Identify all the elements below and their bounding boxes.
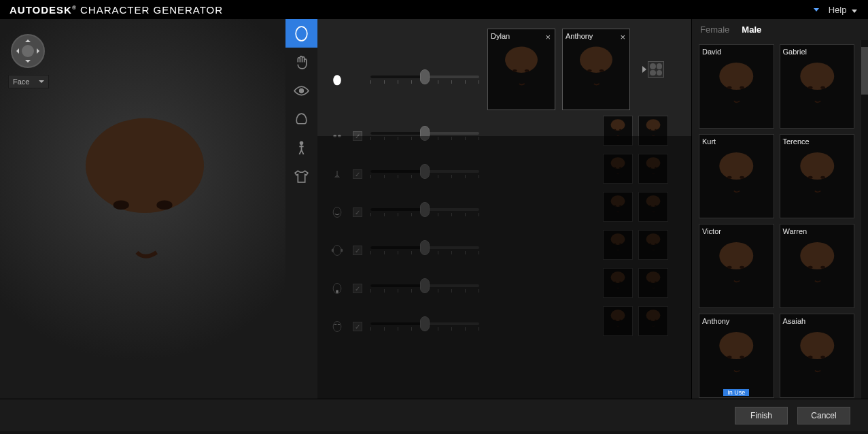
svg-point-12 bbox=[332, 249, 334, 252]
feature-eyes-thumb-a[interactable] bbox=[603, 116, 633, 146]
library-tab-female[interactable]: Female bbox=[700, 24, 729, 35]
feature-jaw-toggle[interactable] bbox=[353, 284, 362, 293]
selected-face-b-name: Anthony bbox=[566, 32, 627, 40]
eye-icon bbox=[293, 82, 310, 99]
library-tab-male[interactable]: Male bbox=[742, 24, 761, 35]
category-height[interactable] bbox=[285, 133, 317, 162]
feature-nose-icon bbox=[330, 167, 345, 182]
orbit-left-icon bbox=[14, 48, 19, 54]
blend-editor: Dylan × Anthony × bbox=[317, 19, 691, 399]
library-item[interactable]: Gabriel bbox=[780, 44, 855, 129]
master-blend-slider[interactable] bbox=[370, 76, 479, 78]
feature-mouth-toggle[interactable] bbox=[353, 207, 362, 217]
slider-thumb[interactable] bbox=[420, 164, 430, 179]
brand-name: AUTODESK bbox=[10, 4, 72, 16]
feature-nose-thumb-a[interactable] bbox=[603, 154, 633, 184]
feature-eyes-thumb-b[interactable] bbox=[638, 116, 668, 146]
hair-icon bbox=[293, 111, 310, 128]
slider-thumb[interactable] bbox=[420, 278, 430, 293]
feature-ears-icon bbox=[330, 243, 345, 258]
close-icon[interactable]: × bbox=[620, 32, 625, 42]
svg-point-9 bbox=[338, 135, 341, 137]
svg-point-7 bbox=[333, 75, 341, 85]
library-item-name: Kurt bbox=[702, 137, 771, 146]
feature-ears-slider[interactable] bbox=[370, 246, 479, 249]
library-item[interactable]: Warren bbox=[780, 224, 855, 308]
app-brand: AUTODESK® CHARACTER GENERATOR bbox=[10, 4, 223, 16]
face-icon bbox=[293, 25, 310, 42]
category-body[interactable] bbox=[285, 48, 317, 76]
scrollbar-thumb[interactable] bbox=[861, 47, 868, 95]
orbit-center-icon bbox=[22, 45, 34, 57]
feature-jaw-thumb-b[interactable] bbox=[638, 268, 668, 298]
close-icon[interactable]: × bbox=[545, 32, 551, 42]
library-item[interactable]: Kurt bbox=[699, 134, 774, 218]
feature-nose-thumb-b[interactable] bbox=[638, 154, 668, 184]
library-item[interactable]: Terence bbox=[780, 134, 855, 218]
svg-point-11 bbox=[333, 246, 341, 256]
feature-mouth-icon bbox=[330, 205, 345, 220]
feature-eyes-toggle[interactable] bbox=[353, 131, 362, 141]
selected-face-a-name: Dylan bbox=[491, 32, 552, 40]
category-toolstrip bbox=[285, 19, 317, 399]
library-item[interactable]: Asaiah bbox=[780, 314, 855, 398]
feature-nose-toggle[interactable] bbox=[353, 169, 362, 179]
orbit-control[interactable] bbox=[11, 34, 45, 68]
orbit-down-icon bbox=[25, 60, 31, 65]
library-item-name: Gabriel bbox=[783, 48, 852, 56]
hand-icon bbox=[293, 54, 310, 71]
feature-eyes-slider[interactable] bbox=[370, 132, 479, 135]
feature-mouth-thumb-b[interactable] bbox=[638, 192, 668, 222]
svg-point-5 bbox=[299, 88, 303, 93]
category-clothing[interactable] bbox=[285, 162, 317, 190]
feature-jaw-slider[interactable] bbox=[370, 284, 479, 287]
feature-brow-thumb-a[interactable] bbox=[603, 306, 633, 336]
expand-library-arrow-icon[interactable] bbox=[642, 66, 646, 73]
view-mode-value: Face bbox=[13, 78, 29, 86]
slider-thumb[interactable] bbox=[420, 69, 430, 84]
selected-face-slot-b[interactable]: Anthony × bbox=[562, 29, 630, 110]
cancel-button[interactable]: Cancel bbox=[797, 407, 850, 424]
library-item-name: Victor bbox=[702, 227, 771, 235]
feature-nose-slider[interactable] bbox=[370, 170, 479, 173]
feature-brow-thumb-b[interactable] bbox=[638, 306, 668, 336]
svg-point-13 bbox=[341, 249, 343, 252]
library-scrollbar[interactable] bbox=[861, 40, 868, 399]
feature-mouth-slider[interactable] bbox=[370, 208, 479, 211]
finish-button[interactable]: Finish bbox=[735, 407, 788, 424]
library-item-name: David bbox=[702, 48, 771, 56]
slider-thumb[interactable] bbox=[420, 240, 430, 255]
library-item[interactable]: Anthony In Use bbox=[699, 314, 774, 398]
library-item-name: Warren bbox=[783, 227, 852, 235]
svg-point-10 bbox=[333, 207, 341, 218]
view-mode-select[interactable]: Face bbox=[8, 75, 49, 88]
feature-ears-thumb-a[interactable] bbox=[603, 230, 633, 260]
category-hair[interactable] bbox=[285, 105, 317, 133]
library-item-name: Terence bbox=[783, 137, 852, 146]
category-eyes[interactable] bbox=[285, 76, 317, 105]
feature-brow-slider[interactable] bbox=[370, 322, 479, 325]
character-preview bbox=[46, 87, 243, 339]
footer-bar: Finish Cancel bbox=[0, 399, 868, 431]
feature-jaw-thumb-a[interactable] bbox=[603, 268, 633, 298]
account-dropdown-icon[interactable] bbox=[814, 8, 819, 12]
character-viewport[interactable]: Face bbox=[0, 19, 285, 399]
help-menu[interactable]: Help bbox=[829, 5, 857, 15]
library-item[interactable]: David bbox=[699, 44, 774, 129]
shirt-icon bbox=[293, 168, 310, 185]
feature-ears-toggle[interactable] bbox=[353, 246, 362, 255]
feature-ears-thumb-b[interactable] bbox=[638, 230, 668, 260]
slider-thumb[interactable] bbox=[420, 126, 430, 141]
feature-brow-toggle[interactable] bbox=[353, 322, 362, 331]
feature-mouth-thumb-a[interactable] bbox=[603, 192, 633, 222]
library-item-name: Anthony bbox=[702, 317, 771, 325]
library-item[interactable]: Victor bbox=[699, 224, 774, 308]
orbit-up-icon bbox=[25, 37, 31, 42]
in-use-badge: In Use bbox=[723, 389, 749, 396]
category-face[interactable] bbox=[285, 19, 317, 48]
svg-point-6 bbox=[300, 141, 303, 144]
selected-face-slot-a[interactable]: Dylan × bbox=[487, 29, 555, 110]
expand-library-grid-button[interactable] bbox=[648, 61, 664, 78]
slider-thumb[interactable] bbox=[420, 202, 430, 217]
slider-thumb[interactable] bbox=[420, 316, 430, 331]
